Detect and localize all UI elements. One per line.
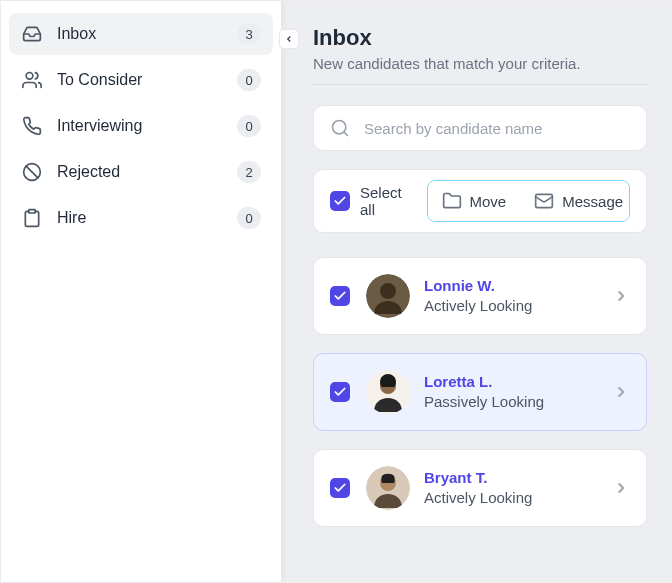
chevron-right-icon xyxy=(612,479,630,497)
candidate-card[interactable]: Loretta L. Passively Looking xyxy=(313,353,647,431)
sidebar-item-rejected[interactable]: Rejected 2 xyxy=(9,151,273,193)
sidebar-item-inbox[interactable]: Inbox 3 xyxy=(9,13,273,55)
candidate-info: Loretta L. Passively Looking xyxy=(424,373,612,412)
mail-icon xyxy=(534,191,554,211)
sidebar-item-badge: 0 xyxy=(237,207,261,229)
candidate-status: Actively Looking xyxy=(424,296,612,316)
chevron-right-icon xyxy=(612,287,630,305)
collapse-sidebar-button[interactable] xyxy=(279,29,299,49)
sidebar-item-label: Interviewing xyxy=(57,117,237,135)
users-icon xyxy=(21,69,43,91)
candidate-info: Lonnie W. Actively Looking xyxy=(424,277,612,316)
sidebar-item-badge: 0 xyxy=(237,69,261,91)
sidebar-item-label: Inbox xyxy=(57,25,237,43)
avatar xyxy=(366,466,410,510)
chevron-right-icon xyxy=(612,383,630,401)
candidate-status: Passively Looking xyxy=(424,392,612,412)
svg-line-5 xyxy=(344,132,348,136)
sidebar-item-label: To Consider xyxy=(57,71,237,89)
sidebar-item-badge: 3 xyxy=(237,23,261,45)
sidebar: Inbox 3 To Consider 0 Interviewing 0 Rej… xyxy=(1,1,281,582)
avatar xyxy=(366,370,410,414)
sidebar-item-badge: 0 xyxy=(237,115,261,137)
sidebar-item-badge: 2 xyxy=(237,161,261,183)
divider xyxy=(313,84,647,85)
avatar xyxy=(366,274,410,318)
candidate-checkbox[interactable] xyxy=(330,382,350,402)
sidebar-item-interviewing[interactable]: Interviewing 0 xyxy=(9,105,273,147)
select-all-label: Select all xyxy=(360,184,419,218)
move-button-label: Move xyxy=(470,193,507,210)
candidate-name: Loretta L. xyxy=(424,373,612,390)
svg-point-8 xyxy=(380,283,396,299)
message-button-label: Message xyxy=(562,193,623,210)
chevron-left-icon xyxy=(284,34,294,44)
clipboard-icon xyxy=(21,207,43,229)
search-icon xyxy=(330,118,350,138)
phone-icon xyxy=(21,115,43,137)
candidate-checkbox[interactable] xyxy=(330,286,350,306)
page-subtitle: New candidates that match your criteria. xyxy=(313,55,647,72)
candidate-card[interactable]: Bryant T. Actively Looking xyxy=(313,449,647,527)
search-input[interactable] xyxy=(362,119,630,138)
svg-rect-3 xyxy=(29,210,36,213)
bulk-action-group: Move Message xyxy=(427,180,630,222)
inbox-icon xyxy=(21,23,43,45)
candidate-info: Bryant T. Actively Looking xyxy=(424,469,612,508)
sidebar-item-hire[interactable]: Hire 0 xyxy=(9,197,273,239)
select-all-checkbox[interactable] xyxy=(330,191,350,211)
svg-rect-6 xyxy=(536,194,553,207)
ban-icon xyxy=(21,161,43,183)
candidate-name: Bryant T. xyxy=(424,469,612,486)
page-title: Inbox xyxy=(313,25,647,51)
candidate-status: Actively Looking xyxy=(424,488,612,508)
search-box[interactable] xyxy=(313,105,647,151)
candidate-name: Lonnie W. xyxy=(424,277,612,294)
app-root: Inbox 3 To Consider 0 Interviewing 0 Rej… xyxy=(0,0,672,583)
folder-icon xyxy=(442,191,462,211)
sidebar-item-to-consider[interactable]: To Consider 0 xyxy=(9,59,273,101)
candidate-checkbox[interactable] xyxy=(330,478,350,498)
sidebar-item-label: Hire xyxy=(57,209,237,227)
candidate-card[interactable]: Lonnie W. Actively Looking xyxy=(313,257,647,335)
message-button[interactable]: Message xyxy=(520,181,630,221)
svg-line-2 xyxy=(26,166,38,178)
sidebar-item-label: Rejected xyxy=(57,163,237,181)
move-button[interactable]: Move xyxy=(428,181,521,221)
svg-point-0 xyxy=(26,73,33,80)
action-bar: Select all Move Message xyxy=(313,169,647,233)
main-panel: Inbox New candidates that match your cri… xyxy=(281,1,671,582)
